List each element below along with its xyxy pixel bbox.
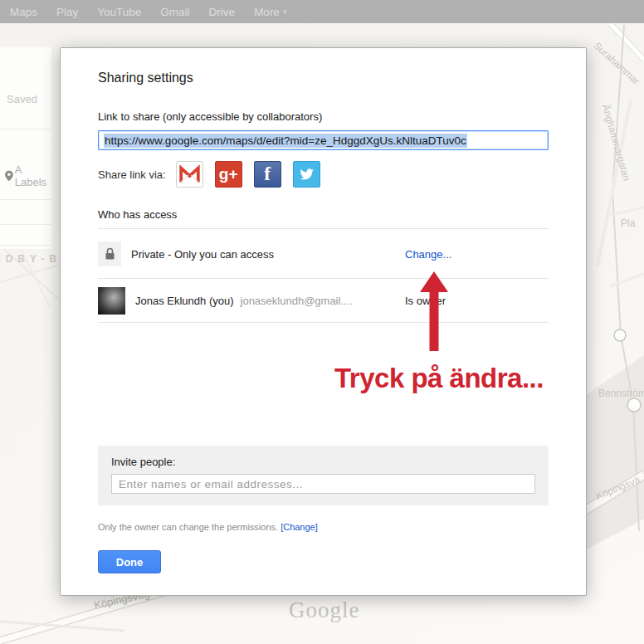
invite-people-input[interactable] xyxy=(111,474,535,494)
panel-divider xyxy=(0,199,51,200)
share-facebook-button[interactable]: f xyxy=(254,161,281,188)
panel-divider xyxy=(0,129,51,129)
permissions-change-link[interactable]: [Change] xyxy=(281,522,318,532)
nav-item-maps[interactable]: Maps xyxy=(10,6,37,18)
google-plus-icon: g+ xyxy=(219,165,238,183)
dialog-title: Sharing settings xyxy=(98,48,549,85)
layer-item-labels: A Labels xyxy=(5,163,51,188)
share-twitter-button[interactable] xyxy=(293,161,320,188)
street-label: Bennström xyxy=(598,388,644,399)
share-link-selected-text: https://www.google.com/maps/d/edit?mid=z… xyxy=(104,134,467,148)
lock-icon xyxy=(105,247,115,261)
saved-status: Saved xyxy=(7,93,37,105)
annotation-arrow-up-icon xyxy=(418,271,450,351)
google-top-navbar: Maps Play YouTube Gmail Drive More ▾ xyxy=(0,0,644,23)
invite-people-label: Invite people: xyxy=(111,456,535,468)
nav-item-gmail[interactable]: Gmail xyxy=(160,6,189,18)
street-label: Pla xyxy=(621,217,635,229)
done-button[interactable]: Done xyxy=(98,550,161,573)
share-googleplus-button[interactable]: g+ xyxy=(215,161,242,188)
share-via-row: Share link via: g+ f xyxy=(98,161,549,188)
map-pin-icon xyxy=(5,170,13,182)
panel-divider xyxy=(0,224,51,225)
layer-item-label: A Labels xyxy=(15,163,51,188)
nav-item-more[interactable]: More ▾ xyxy=(254,6,286,18)
owner-name: Jonas Eklundh (you) xyxy=(135,295,234,307)
sharing-settings-dialog: Sharing settings Link to share (only acc… xyxy=(60,47,587,596)
permissions-note-text: Only the owner can change the permission… xyxy=(98,522,278,532)
mymaps-side-panel: Saved A Labels xyxy=(0,47,51,249)
nav-more-label: More xyxy=(254,6,280,18)
google-watermark: Google xyxy=(289,598,359,623)
facebook-icon: f xyxy=(264,163,271,185)
link-to-share-label: Link to share (only accessible by collab… xyxy=(98,110,549,123)
gmail-icon xyxy=(177,162,202,187)
share-via-label: Share link via: xyxy=(98,168,166,181)
nav-item-play[interactable]: Play xyxy=(56,6,78,18)
owner-email: jonaseklundh@gmail.... xyxy=(241,295,353,307)
share-link-input[interactable]: https://www.google.com/maps/d/edit?mid=z… xyxy=(98,130,549,150)
permissions-note: Only the owner can change the permission… xyxy=(98,522,549,532)
chevron-down-icon: ▾ xyxy=(283,7,287,16)
invite-people-section: Invite people: xyxy=(98,446,549,505)
owner-row: Jonas Eklundh (you) jonaseklundh@gmail..… xyxy=(98,279,549,323)
private-access-row: Private - Only you can access Change... xyxy=(98,229,549,279)
who-has-access-header: Who has access xyxy=(98,208,549,229)
twitter-bird-icon xyxy=(296,164,316,184)
panel-divider xyxy=(0,245,51,246)
nav-item-drive[interactable]: Drive xyxy=(209,6,236,18)
change-access-link[interactable]: Change... xyxy=(405,248,451,261)
share-gmail-button[interactable] xyxy=(176,161,203,188)
owner-avatar xyxy=(98,287,125,315)
annotation-text: Tryck på ändra... xyxy=(334,363,544,394)
nav-item-youtube[interactable]: YouTube xyxy=(97,6,141,18)
private-access-label: Private - Only you can access xyxy=(131,248,274,261)
lock-icon-box xyxy=(98,242,121,266)
